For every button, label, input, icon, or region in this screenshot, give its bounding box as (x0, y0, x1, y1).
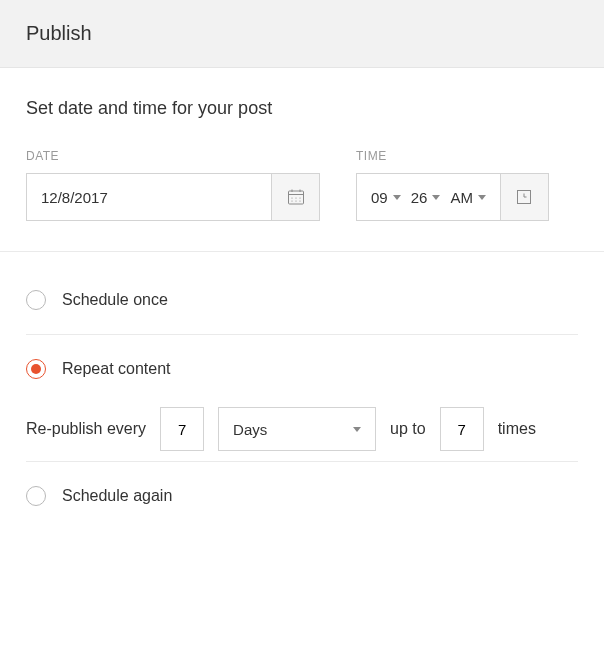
repub-prefix: Re-publish every (26, 420, 146, 438)
time-ampm-value: AM (450, 189, 473, 206)
time-field-group: TIME 09 26 AM (356, 149, 549, 221)
header: Publish (0, 0, 604, 68)
repub-upto: up to (390, 420, 426, 438)
calendar-icon (287, 188, 305, 206)
repub-suffix: times (498, 420, 536, 438)
chevron-down-icon (478, 195, 486, 200)
time-label: TIME (356, 149, 549, 163)
page-title: Publish (26, 22, 578, 45)
section-title: Set date and time for your post (26, 98, 578, 119)
schedule-again-option[interactable]: Schedule again (26, 472, 578, 520)
svg-point-9 (299, 200, 300, 201)
svg-point-8 (295, 200, 296, 201)
schedule-again-label: Schedule again (62, 487, 172, 505)
repub-unit-value: Days (233, 421, 267, 438)
chevron-down-icon (432, 195, 440, 200)
schedule-once-label: Schedule once (62, 291, 168, 309)
schedule-options: Schedule once Repeat content Re-publish … (0, 252, 604, 560)
divider (26, 461, 578, 462)
svg-point-7 (291, 200, 292, 201)
repeat-config: Re-publish every Days up to times (26, 407, 578, 451)
date-field-group: DATE (26, 149, 320, 221)
time-input-wrap: 09 26 AM (356, 173, 549, 221)
chevron-down-icon (353, 427, 361, 432)
time-hour-value: 09 (371, 189, 388, 206)
repeat-content-option[interactable]: Repeat content (26, 345, 578, 393)
divider (26, 334, 578, 335)
time-ampm-select[interactable]: AM (448, 189, 488, 206)
repub-unit-select[interactable]: Days (218, 407, 376, 451)
date-picker-button[interactable] (271, 174, 319, 220)
radio-icon (26, 486, 46, 506)
date-input-wrap (26, 173, 320, 221)
time-minute-value: 26 (411, 189, 428, 206)
svg-point-4 (291, 197, 292, 198)
clock-icon (516, 189, 532, 205)
date-input[interactable] (27, 174, 271, 220)
radio-icon (26, 359, 46, 379)
time-picker-button[interactable] (500, 174, 548, 220)
radio-icon (26, 290, 46, 310)
time-selects: 09 26 AM (357, 174, 500, 220)
datetime-section: Set date and time for your post DATE (0, 68, 604, 251)
time-hour-select[interactable]: 09 (369, 189, 403, 206)
repeat-content-label: Repeat content (62, 360, 171, 378)
datetime-row: DATE (26, 149, 578, 221)
chevron-down-icon (393, 195, 401, 200)
svg-point-5 (295, 197, 296, 198)
time-minute-select[interactable]: 26 (409, 189, 443, 206)
date-label: DATE (26, 149, 320, 163)
repub-interval-input[interactable] (160, 407, 204, 451)
schedule-once-option[interactable]: Schedule once (26, 276, 578, 324)
repub-times-input[interactable] (440, 407, 484, 451)
svg-point-6 (299, 197, 300, 198)
